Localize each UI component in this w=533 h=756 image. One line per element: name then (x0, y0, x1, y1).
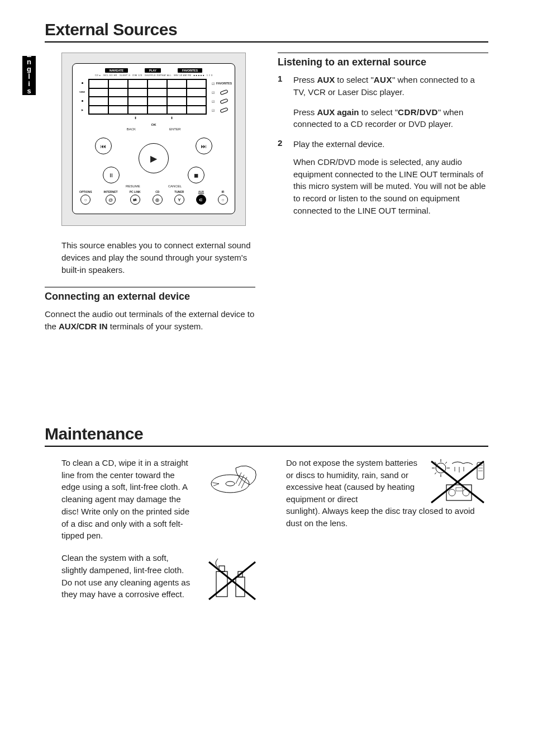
panel-display-grid (88, 79, 207, 115)
panel-checkboxes: ☑☑☑☑ (209, 79, 217, 115)
maintenance-item-cd: To clean a CD, wipe it in a straight lin… (61, 457, 264, 542)
panel-enter-label: ENTER (169, 127, 180, 131)
stop-icon: ◼ (188, 167, 204, 183)
panel-source-row: OPTIONS○ INTERNET@ PC LINK⇄ CD◎ TUNERY A… (78, 190, 229, 205)
aux-icon: ⊂ (196, 195, 206, 205)
tuner-icon: Y (174, 195, 184, 205)
cd-icon: ◎ (153, 195, 163, 205)
device-panel-illustration: NAVIGATE PLAY FAVORITES CD ● INCL EX HR … (61, 53, 246, 226)
options-icon: ○ (80, 195, 91, 205)
subheading-connecting: Connecting an external device (45, 287, 255, 303)
panel-resume-label: RESUME (126, 185, 140, 188)
wipe-cd-icon (202, 457, 264, 511)
ir-icon: ○ (218, 195, 228, 205)
language-tab: English (22, 56, 36, 95)
no-cleaning-agents-icon (202, 552, 264, 606)
svg-line-15 (445, 462, 447, 464)
section-title-external-sources: External Sources (45, 20, 488, 42)
connect-paragraph: Connect the audio out terminals of the e… (45, 308, 255, 333)
step-2: 2 Play the external device. When CDR/DVD… (278, 138, 488, 217)
panel-back-label: BACK (127, 127, 136, 131)
internet-icon: @ (106, 195, 116, 205)
svg-point-1 (226, 481, 235, 486)
panel-head-play: PLAY (145, 68, 161, 73)
section-title-maintenance: Maintenance (45, 424, 488, 447)
pause-icon: ⏸ (103, 167, 120, 183)
panel-ok-label: OK (78, 123, 229, 126)
step-1: 1 Press AUX to select "AUX" when connect… (278, 74, 488, 130)
maintenance-item-environment: Do not expose the system batteries or di… (286, 457, 488, 530)
play-icon: ▶ (139, 143, 169, 173)
svg-rect-27 (456, 488, 463, 491)
panel-transport-controls: ⏮ ▶ ⏭ ⏸ ◼ (78, 133, 229, 183)
step-number: 2 (278, 138, 287, 217)
panel-cancel-label: CANCEL (168, 185, 182, 188)
no-heat-humidity-icon (427, 457, 488, 507)
maintenance-item-system: Clean the system with a soft, slightly d… (61, 552, 264, 606)
next-icon: ⏭ (196, 138, 212, 154)
panel-head-navigate: NAVIGATE (105, 68, 128, 73)
panel-status-row: CD ● INCL EX HR SLEEP ⟳ DIM 123 SHUFFLE … (78, 74, 229, 77)
panel-edit-icons: FAVORITES (219, 79, 229, 115)
prev-icon: ⏮ (95, 138, 112, 154)
subheading-listening: Listening to an external source (278, 53, 488, 68)
pclink-icon: ⇄ (130, 195, 140, 205)
svg-point-25 (449, 489, 455, 496)
panel-head-favorites: FAVORITES (178, 68, 202, 73)
step-number: 1 (278, 74, 287, 130)
svg-line-16 (435, 472, 436, 474)
panel-view-label: VIEW (79, 91, 85, 93)
intro-paragraph: This source enables you to connect exter… (61, 239, 255, 276)
